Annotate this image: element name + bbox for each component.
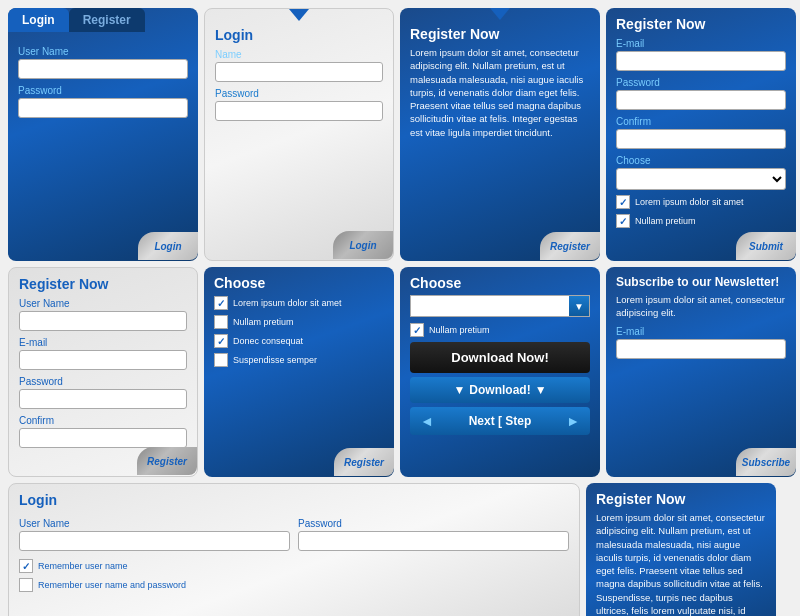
checkbox-row-1: Lorem ipsum dolor sit amet <box>616 195 786 209</box>
confirm-input[interactable] <box>616 129 786 149</box>
register-now-title: Register Now <box>19 276 187 292</box>
next-step-button[interactable]: ◄ Next [ Step ► <box>410 407 590 435</box>
confirm-input[interactable] <box>19 428 187 448</box>
username-input[interactable] <box>19 311 187 331</box>
register-button[interactable]: Register <box>137 447 197 475</box>
header-arrow-icon <box>490 8 510 20</box>
login-title: Login <box>215 27 383 43</box>
download-now-button[interactable]: Download Now! <box>410 342 590 373</box>
email-label: E-mail <box>19 337 187 348</box>
dropdown-arrow[interactable]: ▼ <box>569 296 589 316</box>
card-login-register-tabs: Login Register User Name Password Login <box>8 8 198 261</box>
register-now-title: Register Now <box>410 26 590 42</box>
header-arrow-icon <box>289 9 309 21</box>
submit-button[interactable]: Submit <box>736 232 796 260</box>
email-input[interactable] <box>616 51 786 71</box>
check-1[interactable] <box>410 323 424 337</box>
name-input[interactable] <box>215 62 383 82</box>
login-button[interactable]: Login <box>333 231 393 259</box>
check-row-1: Nullam pretium <box>410 323 590 337</box>
email-label: E-mail <box>616 38 786 49</box>
password-input[interactable] <box>18 98 188 118</box>
choose-label: Choose <box>616 155 786 166</box>
register-now-title: Register Now <box>616 16 786 32</box>
check-row-3: Donec consequat <box>214 334 384 348</box>
card-choose-checkboxes: Choose Lorem ipsum dolor sit amet Nullam… <box>204 267 394 477</box>
check-row-1: Lorem ipsum dolor sit amet <box>214 296 384 310</box>
check-label-4: Suspendisse semper <box>233 355 317 365</box>
password-input[interactable] <box>215 101 383 121</box>
check-4[interactable] <box>214 353 228 367</box>
password-label: Password <box>616 77 786 88</box>
username-input[interactable] <box>19 531 290 551</box>
checkbox-2[interactable] <box>616 214 630 228</box>
username-input[interactable] <box>18 59 188 79</box>
choose-dropdown[interactable]: ▼ <box>410 295 590 317</box>
newsletter-paragraph: Lorem ipsum dolor sit amet, consectetur … <box>616 293 786 320</box>
check-label-2: Remember user name and password <box>38 580 186 590</box>
arrow-left-icon: ◄ <box>420 413 434 429</box>
choose-select[interactable] <box>616 168 786 190</box>
subscribe-button-corner[interactable]: Subscribe <box>736 447 796 477</box>
check-row-2: Remember user name and password <box>19 578 569 592</box>
email-input[interactable] <box>19 350 187 370</box>
password-label: Password <box>298 518 569 529</box>
password-label: Password <box>215 88 383 99</box>
check-label-3: Donec consequat <box>233 336 303 346</box>
card-login-white: Login Name Password Login <box>204 8 394 261</box>
email-input[interactable] <box>616 339 786 359</box>
check-label-2: Nullam pretium <box>233 317 294 327</box>
password-label: Password <box>19 376 187 387</box>
tab-login[interactable]: Login <box>8 8 69 32</box>
register-button[interactable]: Register <box>540 232 600 260</box>
card-register-now-form: Register Now User Name E-mail Password C… <box>8 267 198 477</box>
card-register-now-fields: Register Now E-mail Password Confirm Cho… <box>606 8 796 261</box>
checkbox-1[interactable] <box>616 195 630 209</box>
login-button-corner[interactable]: Login <box>333 230 393 260</box>
arrow-right-icon: ► <box>566 413 580 429</box>
check-row-2: Nullam pretium <box>214 315 384 329</box>
login-button-corner[interactable]: Login <box>138 231 198 261</box>
register-button-corner[interactable]: Register <box>540 231 600 261</box>
card-register-paragraph: Register Now Lorem ipsum dolor sit amet,… <box>586 483 776 616</box>
subscribe-button[interactable]: Subscribe <box>736 448 796 476</box>
check-row-4: Suspendisse semper <box>214 353 384 367</box>
arrow-right-icon: ▼ <box>535 383 547 397</box>
password-label: Password <box>18 85 188 96</box>
check-1[interactable] <box>19 559 33 573</box>
check-3[interactable] <box>214 334 228 348</box>
login-title: Login <box>19 492 569 508</box>
card-login-wide: Login User Name Password Remember user n… <box>8 483 580 616</box>
password-input[interactable] <box>19 389 187 409</box>
check-1[interactable] <box>214 296 228 310</box>
tab-register[interactable]: Register <box>69 8 145 32</box>
check-2[interactable] <box>19 578 33 592</box>
check-row-1: Remember user name <box>19 559 569 573</box>
card-newsletter: Subscribe to our Newsletter! Lorem ipsum… <box>606 267 796 477</box>
checkbox-label-2: Nullam pretium <box>635 216 696 226</box>
login-button[interactable]: Login <box>138 232 198 260</box>
register-button-corner[interactable]: Register <box>137 446 197 476</box>
email-label: E-mail <box>616 326 786 337</box>
newsletter-title: Subscribe to our Newsletter! <box>616 275 786 289</box>
dropdown-text <box>411 304 569 308</box>
username-label: User Name <box>19 298 187 309</box>
check-label-1: Nullam pretium <box>429 325 490 335</box>
check-label-1: Remember user name <box>38 561 128 571</box>
download-button[interactable]: ▼ Download! ▼ <box>410 377 590 403</box>
card-choose-download: Choose ▼ Nullam pretium Download Now! ▼ … <box>400 267 600 477</box>
check-label-1: Lorem ipsum dolor sit amet <box>233 298 342 308</box>
register-button[interactable]: Register <box>334 448 394 476</box>
choose-title: Choose <box>214 275 384 291</box>
password-input[interactable] <box>298 531 569 551</box>
confirm-label: Confirm <box>616 116 786 127</box>
confirm-label: Confirm <box>19 415 187 426</box>
register-button-corner[interactable]: Register <box>334 447 394 477</box>
register-paragraph: Lorem ipsum dolor sit amet, consectetur … <box>410 46 590 139</box>
submit-button-corner[interactable]: Submit <box>736 231 796 261</box>
choose-title: Choose <box>410 275 590 291</box>
name-label: Name <box>215 49 383 60</box>
password-input[interactable] <box>616 90 786 110</box>
username-label: User Name <box>19 518 290 529</box>
check-2[interactable] <box>214 315 228 329</box>
